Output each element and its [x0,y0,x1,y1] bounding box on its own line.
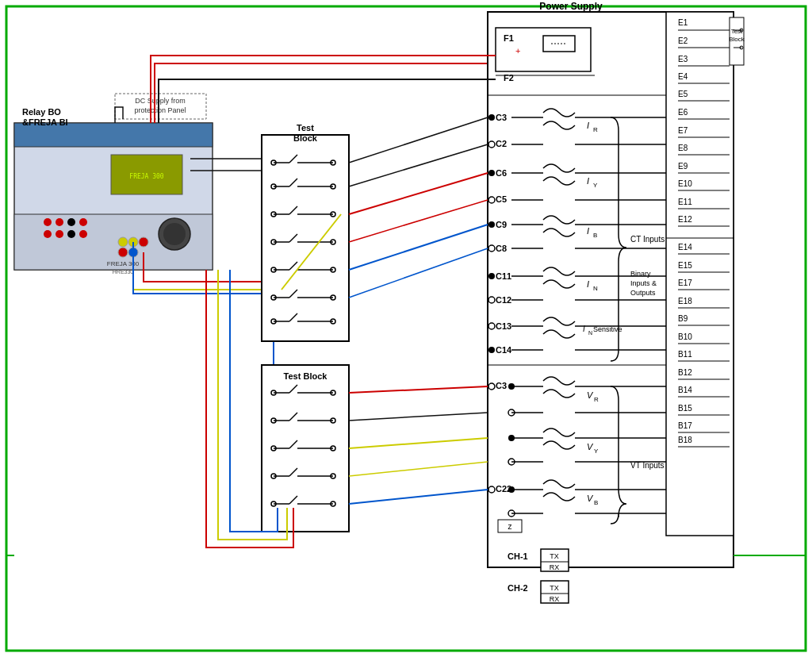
e18-label: E18 [678,297,692,305]
svg-point-11 [56,230,63,238]
svg-text:protection Panel: protection Panel [134,106,186,114]
b11-label: B11 [678,350,692,359]
svg-point-13 [79,230,87,238]
e5-label: E5 [678,90,688,98]
svg-rect-26 [262,135,349,341]
in-sensitive-label: I [583,325,585,333]
ch1-rx-label: RX [550,563,560,571]
svg-point-10 [44,230,52,238]
svg-text:Outputs: Outputs [630,289,656,297]
ir-label: I [587,121,589,130]
c11-label: C11 [496,271,511,281]
e2-label: E2 [678,36,688,45]
e15-label: E15 [678,261,692,270]
svg-point-149 [508,486,515,493]
svg-text:+: + [515,46,520,56]
wiring-diagram: FREJA 300 FREJA 300 HRE330 Relay BO &FRE… [0,0,812,657]
c13-label: C13 [496,321,511,331]
e12-label: E12 [678,215,692,224]
vr-subscript: R [594,396,599,403]
svg-text:N: N [588,330,592,336]
power-supply-header: Power Supply [539,1,603,12]
svg-text:HRE330: HRE330 [113,269,134,275]
e4-label: E4 [678,72,688,81]
iy-subscript: Y [593,182,598,189]
ib-subscript: B [593,232,597,239]
e9-label: E9 [678,162,688,171]
in-subscript: N [593,285,598,292]
e11-label: E11 [678,198,692,206]
e6-label: E6 [678,108,688,117]
b9-label: B9 [678,314,688,323]
svg-point-142 [508,435,515,441]
f2-label: F2 [504,73,514,83]
test-block-bottom-label: Test Block [284,371,328,381]
e17-label: E17 [678,279,692,287]
z-terminal-label: z [508,522,512,531]
svg-point-16 [139,237,148,247]
vy-subscript: Y [594,448,599,455]
ir-subscript: R [593,126,598,133]
e8-label: E8 [678,144,688,152]
svg-point-8 [67,218,75,226]
e10-label: E10 [678,179,692,188]
e3-label: E3 [678,55,688,63]
ct-inputs-label: CT Inputs [630,235,665,244]
c8-label: C8 [496,244,507,253]
c6-label: C6 [496,168,507,178]
iy-label: I [587,176,589,186]
e7-label: E7 [678,126,688,135]
b10-label: B10 [678,332,692,341]
b12-label: B12 [678,368,692,377]
e14-label: E14 [678,243,692,252]
svg-point-100 [488,221,495,228]
svg-text:&FREJA BI: &FREJA BI [22,117,68,127]
c3-vt-label: C3 [496,381,507,390]
b14-label: B14 [678,386,692,394]
svg-point-9 [79,218,87,226]
in-label: I [587,279,589,289]
svg-point-14 [118,237,128,247]
relay-label: Relay BO [22,107,61,117]
e1-label: E1 [678,18,688,27]
c3-ct-label: C3 [496,113,507,122]
b17-label: B17 [678,421,692,430]
svg-text:Inputs &: Inputs & [630,279,657,287]
svg-text:Block: Block [729,36,745,43]
b18-label: B18 [678,436,692,444]
c14-label: C14 [496,345,512,355]
c9-label: C9 [496,220,507,229]
svg-point-7 [56,218,63,226]
test-block-top-label: Test [297,123,314,133]
ch2-label: CH-2 [508,583,528,593]
svg-text:FREJA 300: FREJA 300 [129,173,164,180]
svg-text:FREJA 300: FREJA 300 [107,260,140,267]
svg-point-17 [118,248,128,257]
ch1-label: CH-1 [508,551,528,561]
svg-point-12 [67,230,75,238]
svg-point-102 [488,273,495,279]
svg-text:Block: Block [293,133,318,143]
c5-label: C5 [496,194,507,204]
f1-label: F1 [504,33,514,43]
c2-label: C2 [496,139,507,148]
ch2-rx-label: RX [550,595,560,603]
ib-label: I [587,226,589,236]
svg-rect-152 [666,12,733,536]
vb-subscript: B [594,499,598,506]
svg-point-96 [488,114,495,121]
svg-point-6 [44,218,52,226]
ch2-tx-label: TX [550,584,559,592]
dc-supply-label: DC Supply from [135,97,186,105]
b15-label: B15 [678,404,692,413]
svg-point-105 [488,347,495,353]
svg-point-5 [163,223,186,245]
c12-label: C12 [496,295,511,305]
svg-point-136 [508,383,515,390]
svg-point-98 [488,170,495,176]
ch1-tx-label: TX [550,552,559,560]
